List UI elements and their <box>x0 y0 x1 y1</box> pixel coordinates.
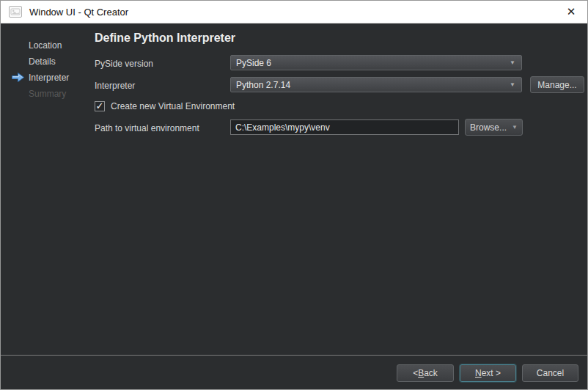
close-icon: ✕ <box>567 5 576 18</box>
step-location: Location <box>1 37 95 54</box>
interpreter-label: Interpreter <box>95 81 135 91</box>
browse-button[interactable]: Browse... ▼ <box>465 119 523 136</box>
venv-path-input[interactable] <box>230 119 459 135</box>
wizard-content: Location Details Interpreter Summary Def… <box>1 23 587 389</box>
current-step-arrow-icon <box>11 72 25 83</box>
interpreter-combobox[interactable]: Python 2.7.14 ▼ <box>230 77 522 92</box>
chevron-down-icon: ▼ <box>512 125 518 130</box>
back-button[interactable]: < Back <box>397 364 454 382</box>
footer-separator <box>1 355 587 356</box>
step-details: Details <box>1 54 95 70</box>
chevron-down-icon: ▼ <box>510 60 515 66</box>
window-title: Window UI - Qt Creator <box>29 7 128 18</box>
create-venv-label[interactable]: Create new Virtual Environment <box>111 101 235 111</box>
manage-button[interactable]: Manage... <box>530 76 584 93</box>
close-button[interactable]: ✕ <box>555 1 587 23</box>
pyside-version-label: PySide version <box>95 59 153 69</box>
pyside-version-value: PySide 6 <box>236 58 271 68</box>
checkmark-icon: ✓ <box>96 101 104 111</box>
title-bar: Window UI - Qt Creator ✕ <box>1 1 587 23</box>
wizard-steps: Location Details Interpreter Summary <box>1 37 95 102</box>
venv-path-label: Path to virtual environment <box>95 123 199 133</box>
step-summary: Summary <box>1 86 95 102</box>
interpreter-value: Python 2.7.14 <box>236 80 290 90</box>
cancel-button[interactable]: Cancel <box>522 364 578 382</box>
next-button[interactable]: Next > <box>460 364 516 382</box>
page-title: Define Python Interpreter <box>95 32 235 45</box>
pyside-version-combobox[interactable]: PySide 6 ▼ <box>230 55 522 70</box>
create-venv-checkbox[interactable]: ✓ <box>95 101 105 111</box>
chevron-down-icon: ▼ <box>510 82 515 88</box>
step-interpreter: Interpreter <box>1 70 95 86</box>
wizard-window: Window UI - Qt Creator ✕ Location Detail… <box>0 0 588 390</box>
app-icon <box>9 6 22 18</box>
